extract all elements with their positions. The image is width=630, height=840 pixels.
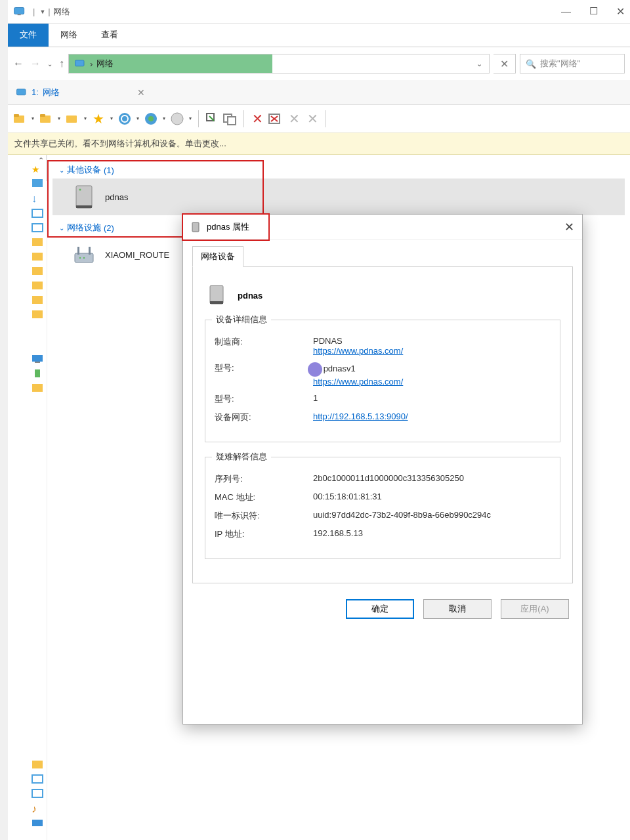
nav-item[interactable] [32, 789, 43, 799]
nav-item-favorites[interactable]: ★ [32, 164, 47, 175]
label-model-number: 型号: [215, 393, 313, 405]
dialog-tab-network-device[interactable]: 网络设备 [192, 246, 243, 267]
nav-item[interactable] [32, 223, 43, 234]
nav-buttons: ← → ⌄ ↑ [13, 58, 64, 70]
maximize-button[interactable]: ☐ [589, 5, 598, 18]
network-icon [16, 87, 28, 98]
copy-icon[interactable] [204, 111, 220, 127]
dropdown-icon[interactable]: ▾ [161, 116, 167, 121]
svg-rect-19 [32, 224, 43, 232]
link-manufacturer-url[interactable]: https://www.pdnas.com/ [313, 346, 403, 356]
tab-close-button[interactable]: ✕ [137, 87, 145, 98]
nav-item[interactable] [32, 760, 43, 770]
server-icon [207, 284, 226, 306]
forward-button[interactable]: → [30, 58, 41, 70]
star-icon[interactable]: ★ [91, 111, 106, 127]
nav-item[interactable] [32, 209, 43, 219]
close-button[interactable]: ✕ [616, 5, 625, 18]
cursor-indicator [308, 362, 322, 377]
delete-icon[interactable]: ✕ [249, 111, 265, 127]
nav-item[interactable]: ♪ [32, 803, 43, 815]
label-mac: MAC 地址: [215, 492, 313, 503]
dropdown-icon[interactable]: ▾ [109, 116, 114, 121]
titlebar-caret[interactable]: ▼ [39, 9, 45, 15]
troubleshoot-group: 疑难解答信息 序列号: 2b0c1000011d1000000c31335630… [205, 457, 560, 559]
nav-item[interactable] [32, 238, 43, 248]
nav-item-download[interactable]: ↓ [32, 193, 47, 205]
svg-rect-39 [89, 247, 91, 255]
nav-item[interactable] [32, 774, 43, 785]
dropdown-icon[interactable]: ▾ [83, 116, 88, 121]
folder-icon[interactable] [12, 111, 28, 127]
network-icon [74, 58, 86, 69]
address-bar[interactable]: › 网络 ⌄ [68, 54, 490, 74]
address-dropdown[interactable]: ⌄ [474, 60, 485, 68]
nav-item[interactable] [32, 266, 43, 277]
link-device-page[interactable]: http://192.168.5.13:9090/ [313, 411, 408, 421]
dialog-device-name: pdnas [238, 291, 262, 301]
toolbar-divider [198, 110, 199, 127]
scroll-up-icon[interactable]: ⌃ [38, 156, 44, 165]
sync-green-icon[interactable] [143, 111, 159, 127]
nav-item[interactable] [32, 819, 43, 830]
info-bar[interactable]: 文件共享已关闭。看不到网络计算机和设备。单击更改... [8, 133, 630, 155]
up-button[interactable]: ↑ [59, 58, 64, 70]
dropdown-icon[interactable]: ▾ [188, 116, 193, 121]
stack-icon[interactable] [222, 111, 238, 127]
explorer-tab-network[interactable]: 1: 网络 [10, 84, 65, 101]
label-device-page: 设备网页: [215, 411, 313, 423]
properties-dialog: pdnas 属性 ✕ 网络设备 pdnas 设备详细信息 制造商: PDNAS … [182, 214, 583, 724]
tab-network[interactable]: 网络 [49, 24, 89, 47]
address-stop-button[interactable]: ✕ [494, 54, 516, 74]
x-grey-icon[interactable]: ✕ [286, 111, 302, 127]
sync-icon[interactable] [117, 111, 133, 127]
dropdown-icon[interactable]: ▾ [135, 116, 140, 121]
device-details-group: 设备详细信息 制造商: PDNAS https://www.pdnas.com/… [205, 320, 560, 442]
label-serial: 序列号: [215, 473, 313, 485]
dialog-close-button[interactable]: ✕ [564, 220, 574, 234]
explorer-tabs: 1: 网络 ✕ [8, 80, 630, 105]
svg-rect-29 [32, 384, 43, 392]
globe-icon[interactable] [169, 111, 185, 127]
svg-rect-21 [32, 253, 43, 261]
ok-button[interactable]: 确定 [346, 599, 414, 619]
tab-view[interactable]: 查看 [89, 24, 130, 47]
address-row: ← → ⌄ ↑ › 网络 ⌄ ✕ 🔍 搜索"网络" [8, 51, 630, 76]
nav-item[interactable] [32, 178, 43, 189]
svg-rect-32 [32, 789, 43, 797]
nav-item[interactable] [32, 310, 43, 320]
box-x-icon[interactable] [268, 111, 284, 127]
cancel-button[interactable]: 取消 [423, 599, 492, 619]
svg-rect-31 [32, 775, 43, 783]
svg-rect-22 [32, 267, 43, 275]
recent-dropdown[interactable]: ⌄ [47, 60, 52, 68]
minimize-button[interactable]: — [561, 5, 571, 18]
svg-rect-8 [66, 116, 77, 123]
svg-point-11 [148, 116, 154, 121]
svg-rect-28 [35, 369, 40, 377]
dropdown-icon[interactable]: ▾ [56, 116, 62, 121]
svg-rect-44 [210, 301, 223, 304]
nav-item[interactable] [32, 252, 43, 262]
svg-rect-33 [32, 820, 43, 826]
nav-item[interactable] [32, 369, 43, 379]
dropdown-icon[interactable]: ▾ [30, 116, 35, 121]
svg-point-9 [119, 113, 131, 125]
link-model-url[interactable]: https://www.pdnas.com/ [313, 377, 403, 387]
nav-item-pc[interactable] [32, 354, 43, 365]
search-box[interactable]: 🔍 搜索"网络" [520, 54, 625, 74]
label-ip: IP 地址: [215, 528, 313, 540]
groupbox-label: 设备详细信息 [212, 314, 271, 326]
back-button[interactable]: ← [13, 58, 24, 70]
svg-rect-1 [18, 14, 21, 15]
nav-item[interactable] [32, 383, 43, 394]
nav-item[interactable] [32, 295, 43, 306]
nav-item[interactable] [32, 281, 43, 291]
folder-icon[interactable] [64, 111, 80, 127]
tab-file[interactable]: 文件 [8, 24, 49, 47]
x-grey-icon[interactable]: ✕ [304, 111, 320, 127]
svg-rect-27 [35, 362, 40, 363]
folder-icon[interactable] [38, 111, 54, 127]
svg-point-12 [171, 113, 183, 125]
apply-button[interactable]: 应用(A) [501, 599, 569, 619]
